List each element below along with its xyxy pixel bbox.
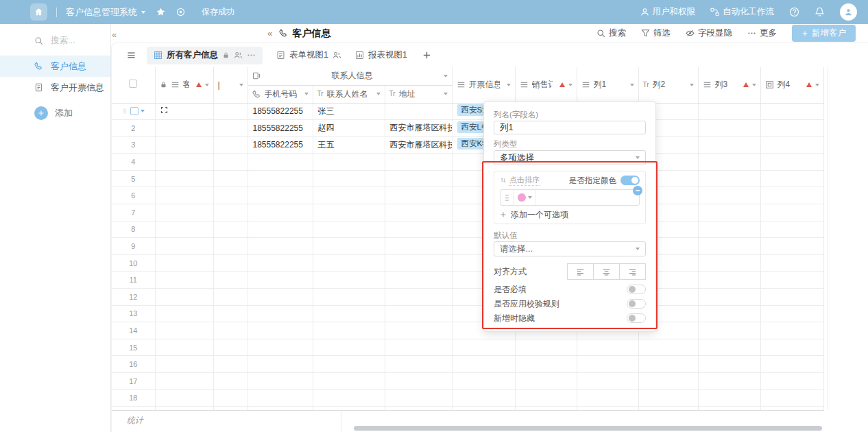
add-table-button[interactable]: 添加 xyxy=(34,106,110,120)
grid-cell[interactable] xyxy=(313,221,385,238)
grid-cell[interactable] xyxy=(213,339,248,356)
grid-cell[interactable] xyxy=(313,339,385,356)
sort-options-hint[interactable]: 点击排序 xyxy=(500,175,540,186)
grid-cell[interactable] xyxy=(248,322,313,339)
grid-cell[interactable] xyxy=(515,356,577,373)
grid-cell[interactable] xyxy=(248,305,313,322)
grid-cell[interactable] xyxy=(155,322,213,339)
grid-cell[interactable] xyxy=(213,238,248,255)
grid-cell[interactable] xyxy=(385,305,452,322)
row-number[interactable]: 10 xyxy=(112,254,155,272)
grid-cell[interactable] xyxy=(760,289,823,306)
grid-cell[interactable] xyxy=(698,272,760,289)
grid-cell[interactable] xyxy=(638,389,698,407)
nav-automation-workflow[interactable]: 自动化工作流 xyxy=(710,6,774,18)
column-header[interactable]: Tr联系人姓名 xyxy=(313,85,385,103)
grid-cell[interactable] xyxy=(155,136,213,154)
add-view-button[interactable] xyxy=(422,51,431,60)
grid-cell[interactable] xyxy=(698,120,760,137)
grid-cell[interactable] xyxy=(213,305,248,322)
option-color-picker[interactable] xyxy=(514,190,535,205)
grid-cell[interactable] xyxy=(155,289,213,306)
favorite-star-button[interactable] xyxy=(156,8,165,16)
grid-cell[interactable] xyxy=(385,221,452,238)
grid-cell[interactable] xyxy=(577,373,638,390)
grid-cell[interactable]: 西安市雁塔区科技... xyxy=(385,120,452,137)
sidebar-search-input[interactable] xyxy=(49,35,107,46)
grid-cell[interactable] xyxy=(155,339,213,356)
row-number[interactable]: 6 xyxy=(112,187,155,204)
column-header[interactable]: 开票信息 xyxy=(452,67,515,103)
grid-cell[interactable]: 赵四 xyxy=(313,120,385,137)
row-number[interactable]: 11 xyxy=(112,272,155,289)
grid-cell[interactable] xyxy=(638,339,698,356)
home-button[interactable] xyxy=(30,3,47,21)
grid-cell[interactable] xyxy=(452,339,515,356)
grid-cell[interactable] xyxy=(760,204,823,221)
default-value-select[interactable]: 请选择... xyxy=(494,241,646,256)
grid-cell[interactable] xyxy=(760,120,823,137)
row-number[interactable]: 13 xyxy=(112,305,155,322)
grid-cell[interactable] xyxy=(248,221,313,238)
grid-cell[interactable] xyxy=(313,272,385,289)
grid-cell[interactable] xyxy=(385,373,452,390)
grid-cell[interactable] xyxy=(248,289,313,306)
grid-cell[interactable] xyxy=(385,170,452,187)
grid-cell[interactable] xyxy=(213,204,248,221)
grid-cell[interactable] xyxy=(313,187,385,204)
grid-cell[interactable] xyxy=(385,187,452,204)
grid-cell[interactable] xyxy=(760,170,823,187)
column-header[interactable]: 客户编码 xyxy=(155,67,213,103)
grid-cell[interactable] xyxy=(698,154,760,171)
view-list-icon[interactable] xyxy=(127,51,136,60)
grid-cell[interactable] xyxy=(313,305,385,322)
horizontal-scrollbar[interactable] xyxy=(354,426,822,431)
align-right-button[interactable] xyxy=(620,263,646,280)
grid-cell[interactable] xyxy=(760,136,823,154)
hide-on-create-toggle[interactable] xyxy=(627,313,646,323)
new-customer-button[interactable]: 新增客户 xyxy=(792,25,856,42)
row-number[interactable]: 3 xyxy=(112,136,155,154)
row-number[interactable]: 17 xyxy=(112,373,155,390)
grid-cell[interactable] xyxy=(698,187,760,204)
add-option-button[interactable]: 添加一个可选项 xyxy=(500,210,640,219)
tab-report-view-1[interactable]: 报表视图1 xyxy=(355,49,407,61)
grid-cell[interactable] xyxy=(698,136,760,154)
column-header[interactable]: Tr地址 xyxy=(385,85,452,103)
grid-cell[interactable] xyxy=(760,305,823,322)
grid-cell[interactable]: 张三 xyxy=(313,103,385,120)
grid-cell[interactable]: 西安市雁塔区科技... xyxy=(385,136,452,154)
grid-cell[interactable] xyxy=(638,373,698,390)
grid-cell[interactable] xyxy=(155,187,213,204)
grid-cell[interactable] xyxy=(698,221,760,238)
row-number[interactable]: 4 xyxy=(112,154,155,171)
grid-cell[interactable] xyxy=(248,238,313,255)
help-icon[interactable] xyxy=(789,7,799,17)
grid-cell[interactable] xyxy=(155,305,213,322)
grid-cell[interactable]: 18555822255 xyxy=(248,103,313,120)
row-checkbox[interactable] xyxy=(130,107,138,115)
grid-cell[interactable] xyxy=(155,389,213,407)
grid-cell[interactable] xyxy=(698,389,760,407)
avatar[interactable] xyxy=(840,3,857,21)
grid-cell[interactable] xyxy=(698,305,760,322)
grid-cell[interactable] xyxy=(248,373,313,390)
sidebar-item-customer-info[interactable]: 客户信息 xyxy=(0,56,110,77)
grid-cell[interactable] xyxy=(577,356,638,373)
grid-cell[interactable] xyxy=(638,356,698,373)
align-center-button[interactable] xyxy=(594,263,620,280)
grid-cell[interactable] xyxy=(760,272,823,289)
grid-cell[interactable] xyxy=(213,373,248,390)
remove-option-button[interactable] xyxy=(633,186,642,195)
grid-cell[interactable] xyxy=(248,389,313,407)
grid-cell[interactable] xyxy=(248,154,313,171)
grid-cell[interactable] xyxy=(760,339,823,356)
column-header[interactable]: 列4 xyxy=(760,67,823,103)
search-action[interactable]: 搜索 xyxy=(596,27,626,39)
grid-cell[interactable] xyxy=(385,238,452,255)
grid-cell[interactable] xyxy=(698,204,760,221)
column-header[interactable]: 列1 xyxy=(577,67,638,103)
grid-cell[interactable] xyxy=(155,221,213,238)
grid-cell[interactable] xyxy=(760,238,823,255)
column-header[interactable]: 销售订单 xyxy=(515,67,577,103)
